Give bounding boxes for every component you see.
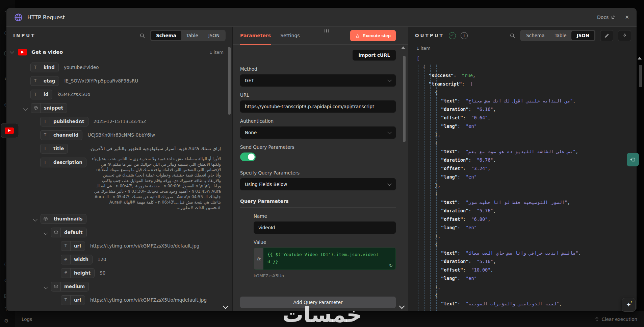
canvas-node-youtube[interactable] xyxy=(1,123,19,138)
logs-button[interactable]: Logs xyxy=(22,317,32,322)
schema-field-row: default xyxy=(44,226,232,239)
method-select[interactable]: GET xyxy=(240,74,396,87)
output-tab-schema[interactable]: Schema xyxy=(521,31,549,40)
input-tab-json[interactable]: JSON xyxy=(203,31,225,40)
json-line: "lang": "en" xyxy=(408,173,632,181)
param-name-input[interactable]: videoId xyxy=(254,221,396,234)
json-line: "lang": "en" xyxy=(408,122,632,131)
text-type-icon: T xyxy=(31,90,40,99)
field-badge-channelId[interactable]: TchannelId xyxy=(40,130,82,140)
query-parameters-heading: Query Parameters xyxy=(240,198,396,204)
input-panel-header: INPUT SchemaTableJSON xyxy=(6,27,232,44)
schema-field-row: TchannelIdUCjSBKn0Hr63cNMS-0bbY6lw xyxy=(40,128,232,142)
schema-field-row: Tkindyoutube#video xyxy=(30,61,232,74)
text-type-icon: T xyxy=(31,63,40,72)
chevron-down-icon xyxy=(387,130,392,134)
output-node-connector[interactable] xyxy=(627,153,639,166)
param-value-label: Value xyxy=(254,239,396,245)
field-badge-width[interactable]: #width xyxy=(61,255,93,264)
json-line: "text": "لعبه الدوبامين والمؤثرات الصوتي… xyxy=(408,300,632,308)
field-badge-title[interactable]: Ttitle xyxy=(40,144,68,154)
page-scrollbar-thumb[interactable] xyxy=(639,65,642,87)
field-badge-description[interactable]: Tdescription xyxy=(40,158,86,167)
param-name-label: Name xyxy=(254,213,396,219)
field-value: IE_SOWxt9IYPrp5peaRv8F98sRU xyxy=(64,78,138,84)
youtube-icon xyxy=(18,49,27,55)
field-badge-url[interactable]: Turl xyxy=(61,241,85,251)
tab-parameters[interactable]: Parameters xyxy=(240,27,271,45)
chevron-down-icon[interactable] xyxy=(44,285,48,289)
field-name: kind xyxy=(40,63,58,72)
parameters-panel: ParametersSettings Execute step Import c… xyxy=(233,27,408,311)
clear-execution-button[interactable]: Clear execution xyxy=(595,317,637,322)
settings-gear-icon[interactable]: ⚙ xyxy=(0,318,13,324)
text-type-icon: T xyxy=(41,131,50,140)
chevron-down-icon[interactable] xyxy=(10,49,14,54)
parameters-scrollbar-thumb[interactable] xyxy=(403,56,406,142)
schema-field-row: medium xyxy=(44,280,232,293)
field-badge-kind[interactable]: Tkind xyxy=(30,63,59,72)
input-panel: INPUT SchemaTableJSON Get a video 1 item… xyxy=(6,27,233,311)
input-tab-schema[interactable]: Schema xyxy=(151,31,181,40)
sparkle-small-icon: ✦ xyxy=(630,300,633,304)
field-badge-url[interactable]: Turl xyxy=(61,295,85,305)
json-line: [ xyxy=(408,54,632,63)
import-curl-button[interactable]: Import cURL xyxy=(353,50,396,61)
field-badge-thumbnails[interactable]: thumbnails xyxy=(41,214,86,224)
clear-execution-label: Clear execution xyxy=(602,317,637,322)
json-line: { xyxy=(408,240,632,249)
add-query-parameter-button[interactable]: Add Query Parameter xyxy=(240,297,396,308)
ai-assistant-button[interactable]: ✦ ✦ xyxy=(622,298,636,312)
chevron-down-icon[interactable] xyxy=(33,217,37,221)
input-tab-table[interactable]: Table xyxy=(181,31,203,40)
close-icon[interactable]: ✕ xyxy=(625,14,629,20)
authentication-select[interactable]: None xyxy=(240,126,396,139)
expression-code[interactable]: {{ $('YouTube Video ID1').item.json.vide… xyxy=(263,248,395,270)
field-badge-etag[interactable]: Tetag xyxy=(30,76,59,86)
field-value: الأورا أو الهالة ببساطة مش حاجة غيبية ول… xyxy=(92,156,221,210)
field-name: publishedAt xyxy=(50,117,88,126)
field-badge-id[interactable]: Tid xyxy=(30,90,52,99)
specify-query-select[interactable]: Using Fields Below xyxy=(240,178,396,190)
modal-header: HTTP Request Docs ✕ xyxy=(6,8,637,27)
search-icon[interactable] xyxy=(510,33,515,39)
pin-data-button[interactable] xyxy=(618,30,631,41)
expression-editor[interactable]: fx {{ $('YouTube Video ID1').item.json.v… xyxy=(254,248,396,270)
indent-guide xyxy=(436,65,437,311)
field-badge-snippet[interactable]: snippet xyxy=(31,103,67,113)
pin-icon xyxy=(622,33,627,38)
json-line: "duration": "6.76", xyxy=(408,156,632,164)
json-line: "text": "الصور التوضيحيه فقط لو انا حطيت… xyxy=(408,198,632,207)
url-input[interactable]: https://youtube-transcript3.p.rapidapi.c… xyxy=(240,100,396,113)
parameters-body: Import cURL Method GET URL https://youtu… xyxy=(233,44,408,311)
schema-field-row: #height90 xyxy=(61,266,232,280)
info-icon[interactable] xyxy=(461,32,468,39)
modal-title: HTTP Request xyxy=(27,14,65,21)
execute-step-button[interactable]: Execute step xyxy=(350,30,396,41)
chevron-down-icon[interactable] xyxy=(44,231,48,235)
panel-drag-handle[interactable] xyxy=(325,29,329,32)
input-node-row[interactable]: Get a video 1 item xyxy=(6,44,232,60)
scroll-up-arrow[interactable] xyxy=(638,57,642,60)
search-icon[interactable] xyxy=(139,33,145,39)
field-badge-publishedAt[interactable]: TpublishedAt xyxy=(40,117,88,126)
field-value: UCjSBKn0Hr63cNMS-0bbY6lw xyxy=(87,132,155,138)
docs-link[interactable]: Docs xyxy=(597,15,615,20)
object-type-icon xyxy=(51,282,60,291)
input-node-label: Get a video xyxy=(31,49,63,55)
chevron-down-icon[interactable] xyxy=(23,106,28,111)
globe-icon xyxy=(14,13,23,22)
output-panel: OUTPUT SchemaTableJSON 1 item [{"s xyxy=(408,27,637,311)
tab-settings[interactable]: Settings xyxy=(280,27,300,45)
field-badge-height[interactable]: #height xyxy=(61,268,95,278)
input-scrollbar-thumb[interactable] xyxy=(228,47,231,115)
output-tab-table[interactable]: Table xyxy=(550,31,572,40)
edit-output-button[interactable] xyxy=(600,30,613,41)
scroll-up-arrow[interactable] xyxy=(401,46,405,49)
output-tab-json[interactable]: JSON xyxy=(571,31,594,40)
expand-expression-icon[interactable]: ↻ xyxy=(389,263,393,268)
field-badge-medium[interactable]: medium xyxy=(51,282,89,291)
send-query-toggle[interactable] xyxy=(240,153,256,161)
field-badge-default[interactable]: default xyxy=(51,228,87,237)
json-line: "offset": "3.24", xyxy=(408,164,632,173)
